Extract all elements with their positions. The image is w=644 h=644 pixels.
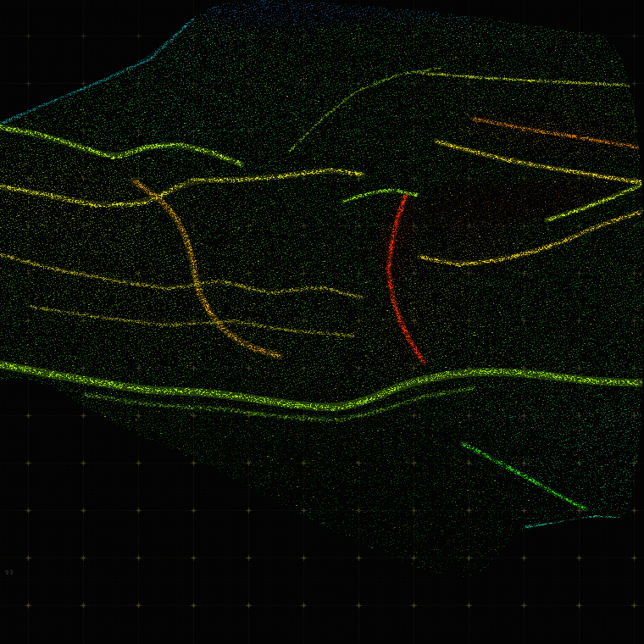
terrain-viewer: 93 xyxy=(0,0,644,644)
watermark-label: 93 xyxy=(5,569,14,577)
point-cloud-canvas[interactable] xyxy=(0,0,644,644)
